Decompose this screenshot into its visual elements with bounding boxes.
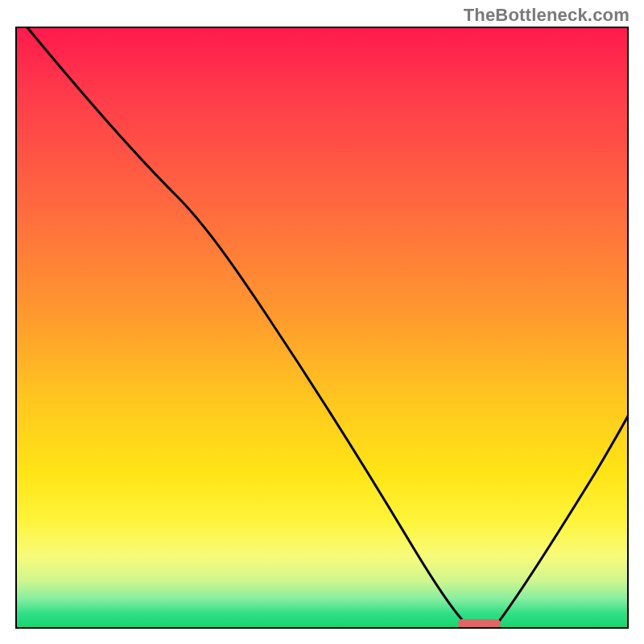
chart-stage: TheBottleneck.com (0, 0, 644, 644)
plot-gradient-background (15, 27, 629, 629)
watermark-text: TheBottleneck.com (464, 5, 630, 26)
